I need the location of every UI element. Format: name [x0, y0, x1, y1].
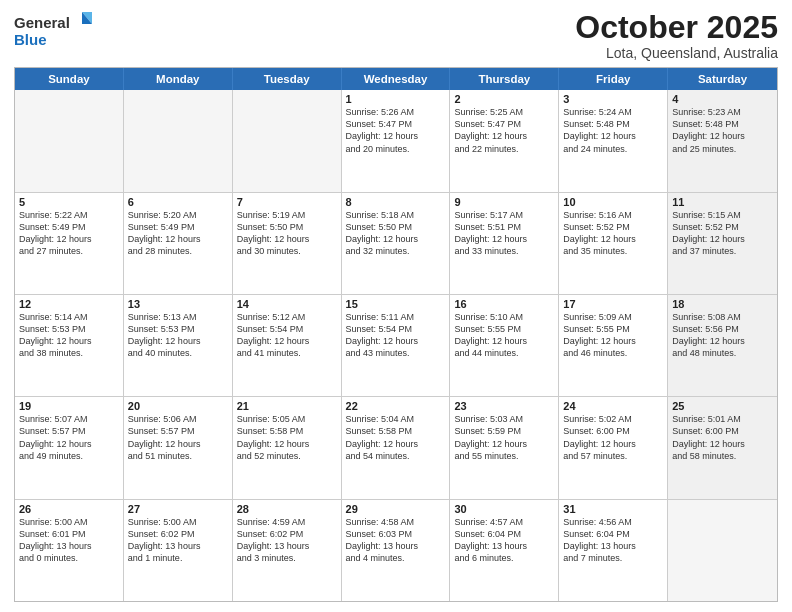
day-detail: Sunrise: 5:02 AM Sunset: 6:00 PM Dayligh… [563, 413, 663, 462]
day-detail: Sunrise: 5:04 AM Sunset: 5:58 PM Dayligh… [346, 413, 446, 462]
day-number: 14 [237, 298, 337, 310]
day-detail: Sunrise: 5:24 AM Sunset: 5:48 PM Dayligh… [563, 106, 663, 155]
day-cell: 21Sunrise: 5:05 AM Sunset: 5:58 PM Dayli… [233, 397, 342, 498]
day-number: 10 [563, 196, 663, 208]
day-number: 28 [237, 503, 337, 515]
day-number: 11 [672, 196, 773, 208]
day-detail: Sunrise: 5:19 AM Sunset: 5:50 PM Dayligh… [237, 209, 337, 258]
day-number: 30 [454, 503, 554, 515]
day-cell: 26Sunrise: 5:00 AM Sunset: 6:01 PM Dayli… [15, 500, 124, 601]
day-number: 16 [454, 298, 554, 310]
day-number: 15 [346, 298, 446, 310]
day-cell: 19Sunrise: 5:07 AM Sunset: 5:57 PM Dayli… [15, 397, 124, 498]
day-detail: Sunrise: 4:58 AM Sunset: 6:03 PM Dayligh… [346, 516, 446, 565]
logo: General Blue [14, 10, 94, 50]
day-cell: 13Sunrise: 5:13 AM Sunset: 5:53 PM Dayli… [124, 295, 233, 396]
day-detail: Sunrise: 5:16 AM Sunset: 5:52 PM Dayligh… [563, 209, 663, 258]
day-number: 3 [563, 93, 663, 105]
calendar-body: 1Sunrise: 5:26 AM Sunset: 5:47 PM Daylig… [15, 90, 777, 601]
day-cell: 27Sunrise: 5:00 AM Sunset: 6:02 PM Dayli… [124, 500, 233, 601]
day-detail: Sunrise: 5:05 AM Sunset: 5:58 PM Dayligh… [237, 413, 337, 462]
day-cell: 15Sunrise: 5:11 AM Sunset: 5:54 PM Dayli… [342, 295, 451, 396]
day-number: 17 [563, 298, 663, 310]
day-detail: Sunrise: 5:11 AM Sunset: 5:54 PM Dayligh… [346, 311, 446, 360]
day-cell: 4Sunrise: 5:23 AM Sunset: 5:48 PM Daylig… [668, 90, 777, 191]
day-number: 21 [237, 400, 337, 412]
calendar-row: 5Sunrise: 5:22 AM Sunset: 5:49 PM Daylig… [15, 192, 777, 294]
day-cell: 25Sunrise: 5:01 AM Sunset: 6:00 PM Dayli… [668, 397, 777, 498]
day-detail: Sunrise: 5:22 AM Sunset: 5:49 PM Dayligh… [19, 209, 119, 258]
day-number: 7 [237, 196, 337, 208]
day-detail: Sunrise: 5:25 AM Sunset: 5:47 PM Dayligh… [454, 106, 554, 155]
day-detail: Sunrise: 5:10 AM Sunset: 5:55 PM Dayligh… [454, 311, 554, 360]
day-detail: Sunrise: 5:26 AM Sunset: 5:47 PM Dayligh… [346, 106, 446, 155]
day-number: 2 [454, 93, 554, 105]
day-cell: 12Sunrise: 5:14 AM Sunset: 5:53 PM Dayli… [15, 295, 124, 396]
day-number: 20 [128, 400, 228, 412]
day-detail: Sunrise: 5:17 AM Sunset: 5:51 PM Dayligh… [454, 209, 554, 258]
day-detail: Sunrise: 4:56 AM Sunset: 6:04 PM Dayligh… [563, 516, 663, 565]
calendar-row: 1Sunrise: 5:26 AM Sunset: 5:47 PM Daylig… [15, 90, 777, 191]
day-detail: Sunrise: 5:20 AM Sunset: 5:49 PM Dayligh… [128, 209, 228, 258]
month-title: October 2025 [575, 10, 778, 45]
day-number: 19 [19, 400, 119, 412]
location: Lota, Queensland, Australia [575, 45, 778, 61]
day-number: 1 [346, 93, 446, 105]
weekday-header: Wednesday [342, 68, 451, 90]
day-detail: Sunrise: 5:07 AM Sunset: 5:57 PM Dayligh… [19, 413, 119, 462]
day-detail: Sunrise: 5:00 AM Sunset: 6:02 PM Dayligh… [128, 516, 228, 565]
day-cell: 6Sunrise: 5:20 AM Sunset: 5:49 PM Daylig… [124, 193, 233, 294]
header: General Blue October 2025 Lota, Queensla… [14, 10, 778, 61]
weekday-header: Saturday [668, 68, 777, 90]
day-detail: Sunrise: 5:14 AM Sunset: 5:53 PM Dayligh… [19, 311, 119, 360]
day-cell: 28Sunrise: 4:59 AM Sunset: 6:02 PM Dayli… [233, 500, 342, 601]
day-number: 5 [19, 196, 119, 208]
weekday-header: Monday [124, 68, 233, 90]
day-number: 29 [346, 503, 446, 515]
day-cell: 22Sunrise: 5:04 AM Sunset: 5:58 PM Dayli… [342, 397, 451, 498]
day-number: 8 [346, 196, 446, 208]
day-number: 25 [672, 400, 773, 412]
day-number: 27 [128, 503, 228, 515]
weekday-header: Friday [559, 68, 668, 90]
calendar-row: 12Sunrise: 5:14 AM Sunset: 5:53 PM Dayli… [15, 294, 777, 396]
empty-cell [124, 90, 233, 191]
day-number: 24 [563, 400, 663, 412]
day-number: 12 [19, 298, 119, 310]
day-detail: Sunrise: 5:15 AM Sunset: 5:52 PM Dayligh… [672, 209, 773, 258]
calendar-row: 19Sunrise: 5:07 AM Sunset: 5:57 PM Dayli… [15, 396, 777, 498]
day-cell: 23Sunrise: 5:03 AM Sunset: 5:59 PM Dayli… [450, 397, 559, 498]
svg-text:General: General [14, 14, 70, 31]
day-detail: Sunrise: 5:23 AM Sunset: 5:48 PM Dayligh… [672, 106, 773, 155]
day-detail: Sunrise: 5:12 AM Sunset: 5:54 PM Dayligh… [237, 311, 337, 360]
day-number: 13 [128, 298, 228, 310]
day-number: 26 [19, 503, 119, 515]
day-cell: 11Sunrise: 5:15 AM Sunset: 5:52 PM Dayli… [668, 193, 777, 294]
day-detail: Sunrise: 5:03 AM Sunset: 5:59 PM Dayligh… [454, 413, 554, 462]
page: General Blue October 2025 Lota, Queensla… [0, 0, 792, 612]
day-cell: 1Sunrise: 5:26 AM Sunset: 5:47 PM Daylig… [342, 90, 451, 191]
svg-text:Blue: Blue [14, 31, 47, 48]
day-cell: 14Sunrise: 5:12 AM Sunset: 5:54 PM Dayli… [233, 295, 342, 396]
calendar: SundayMondayTuesdayWednesdayThursdayFrid… [14, 67, 778, 602]
day-detail: Sunrise: 5:09 AM Sunset: 5:55 PM Dayligh… [563, 311, 663, 360]
day-detail: Sunrise: 5:18 AM Sunset: 5:50 PM Dayligh… [346, 209, 446, 258]
day-cell: 24Sunrise: 5:02 AM Sunset: 6:00 PM Dayli… [559, 397, 668, 498]
day-cell: 29Sunrise: 4:58 AM Sunset: 6:03 PM Dayli… [342, 500, 451, 601]
day-number: 6 [128, 196, 228, 208]
day-cell: 7Sunrise: 5:19 AM Sunset: 5:50 PM Daylig… [233, 193, 342, 294]
day-number: 9 [454, 196, 554, 208]
weekday-header: Thursday [450, 68, 559, 90]
day-cell: 20Sunrise: 5:06 AM Sunset: 5:57 PM Dayli… [124, 397, 233, 498]
day-detail: Sunrise: 4:57 AM Sunset: 6:04 PM Dayligh… [454, 516, 554, 565]
day-number: 4 [672, 93, 773, 105]
empty-cell [233, 90, 342, 191]
day-cell: 8Sunrise: 5:18 AM Sunset: 5:50 PM Daylig… [342, 193, 451, 294]
day-detail: Sunrise: 5:01 AM Sunset: 6:00 PM Dayligh… [672, 413, 773, 462]
day-detail: Sunrise: 5:00 AM Sunset: 6:01 PM Dayligh… [19, 516, 119, 565]
day-cell: 17Sunrise: 5:09 AM Sunset: 5:55 PM Dayli… [559, 295, 668, 396]
weekday-header: Sunday [15, 68, 124, 90]
day-detail: Sunrise: 5:08 AM Sunset: 5:56 PM Dayligh… [672, 311, 773, 360]
day-cell: 9Sunrise: 5:17 AM Sunset: 5:51 PM Daylig… [450, 193, 559, 294]
day-number: 22 [346, 400, 446, 412]
